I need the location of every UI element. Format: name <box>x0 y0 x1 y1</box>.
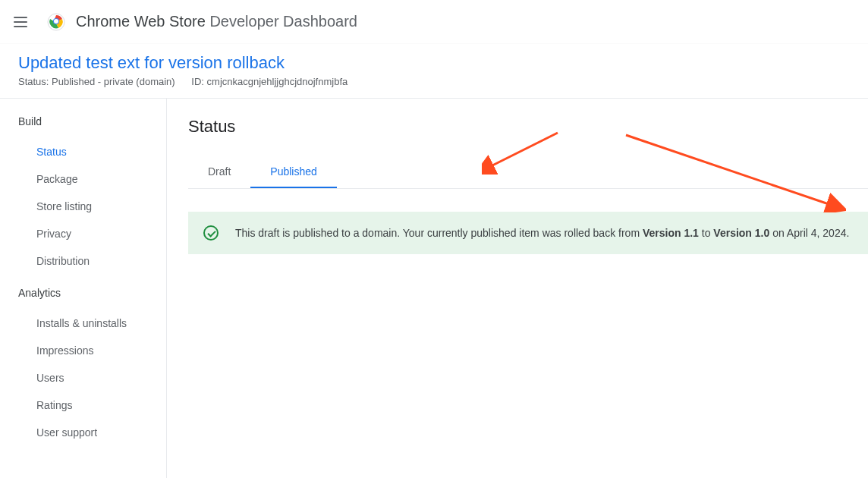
id-value: cmjcnkacgnjehljjghcjdnojfnmjbfa <box>207 76 348 87</box>
status-prefix: This draft is published to a domain. You… <box>235 227 643 239</box>
status-banner-text: This draft is published to a domain. You… <box>235 227 849 239</box>
chrome-web-store-logo <box>46 11 67 33</box>
tab-draft[interactable]: Draft <box>188 158 250 188</box>
tab-published[interactable]: Published <box>250 158 337 188</box>
page-title: Status <box>188 117 868 137</box>
menu-icon[interactable] <box>12 13 30 31</box>
nav-section-build: Build <box>18 115 166 127</box>
status-banner: This draft is published to a domain. You… <box>188 212 868 254</box>
sidebar-nav: Build Status Package Store listing Priva… <box>0 99 167 478</box>
product-name-secondary: Developer Dashboard <box>209 13 357 30</box>
top-bar: Chrome Web Store Developer Dashboard <box>0 0 868 44</box>
svg-point-2 <box>54 19 58 24</box>
sidebar-item-installs[interactable]: Installs & uninstalls <box>18 310 166 337</box>
sidebar-item-impressions[interactable]: Impressions <box>18 337 166 364</box>
sidebar-item-package[interactable]: Package <box>18 165 166 193</box>
check-circle-icon <box>203 225 219 241</box>
status-label: Status: <box>18 76 49 87</box>
extension-meta: Status: Published - private (domain) ID:… <box>18 76 850 87</box>
extension-header: Updated test ext for version rollback St… <box>0 44 868 99</box>
product-title: Chrome Web Store Developer Dashboard <box>76 13 357 30</box>
sidebar-item-status[interactable]: Status <box>18 138 166 165</box>
status-tabs: Draft Published <box>188 158 868 189</box>
nav-section-analytics: Analytics <box>18 287 166 299</box>
status-version-to: Version 1.0 <box>713 227 769 239</box>
sidebar-item-users[interactable]: Users <box>18 364 166 392</box>
sidebar-item-privacy[interactable]: Privacy <box>18 220 166 247</box>
status-mid: to <box>699 227 713 239</box>
sidebar-item-store-listing[interactable]: Store listing <box>18 193 166 220</box>
status-version-from: Version 1.1 <box>643 227 699 239</box>
sidebar-item-ratings[interactable]: Ratings <box>18 392 166 419</box>
sidebar-item-distribution[interactable]: Distribution <box>18 247 166 275</box>
status-value: Published - private (domain) <box>52 76 175 87</box>
main-content: Status Draft Published This draft is pub… <box>167 99 868 478</box>
status-suffix: on April 4, 2024. <box>769 227 849 239</box>
sidebar-item-user-support[interactable]: User support <box>18 419 166 446</box>
id-label: ID: <box>191 76 204 87</box>
product-name-primary: Chrome Web Store <box>76 13 206 30</box>
extension-title-link[interactable]: Updated test ext for version rollback <box>18 53 850 73</box>
